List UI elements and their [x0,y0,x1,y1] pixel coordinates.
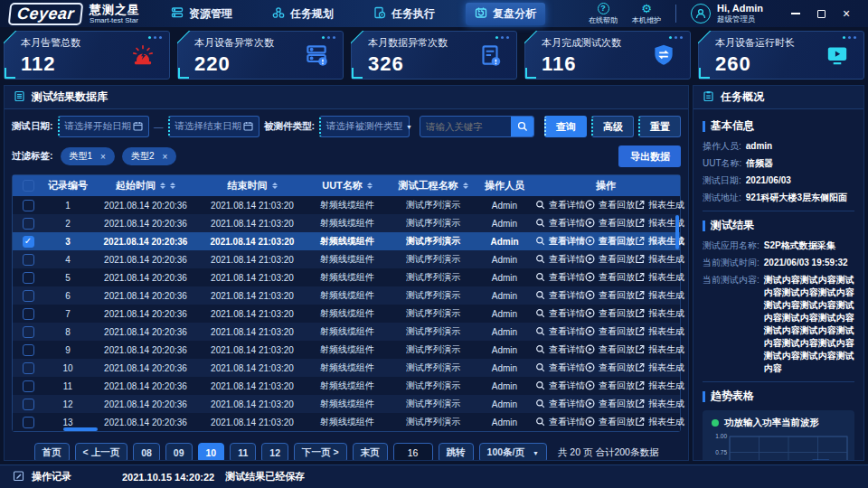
row-checkbox[interactable] [23,399,34,410]
view-replay-action[interactable]: 查看回放 [585,343,635,356]
view-replay-action[interactable]: 查看回放 [585,325,635,338]
row-checkbox[interactable] [23,290,34,302]
table-row[interactable]: 22021.08.14 20:20:362021.08.14 21:03:20射… [13,214,680,232]
view-detail-action[interactable]: 查看详情 [535,398,585,410]
jump-button[interactable]: 跳转 [439,443,474,461]
prev-page-button[interactable]: < 上一页 [75,443,128,461]
query-button[interactable]: 查询 [544,116,587,137]
view-replay-action[interactable]: 查看回放 [585,398,635,410]
table-row[interactable]: 112021.08.14 20:20:362021.08.14 21:03:20… [13,377,680,395]
generate-report-action[interactable]: 报表生成 [635,307,684,320]
table-row[interactable]: 12021.08.14 20:20:362021.08.14 21:03:20射… [13,196,680,214]
row-checkbox[interactable] [23,308,34,320]
row-checkbox[interactable]: ✓ [23,236,34,248]
end-date-input[interactable]: 请选择结束日期 [168,116,260,137]
first-page-button[interactable]: 首页 [34,443,70,461]
page-button-11[interactable]: 11 [230,443,256,461]
sort-icon[interactable] [463,183,468,189]
view-replay-action[interactable]: 查看回放 [585,271,635,284]
row-checkbox[interactable] [23,362,34,374]
view-detail-action[interactable]: 查看详情 [535,217,585,230]
last-page-button[interactable]: 末页 [353,443,388,461]
table-row[interactable]: 72021.08.14 20:20:362021.08.14 21:03:20射… [13,305,680,323]
column-header-2[interactable]: 起始时间 [92,179,199,192]
row-checkbox[interactable] [23,254,34,266]
advanced-button[interactable]: 高级 [591,116,634,137]
view-detail-action[interactable]: 查看详情 [535,416,585,428]
view-replay-action[interactable]: 查看回放 [585,289,635,302]
maximize-button[interactable] [808,0,834,27]
view-detail-action[interactable]: 查看详情 [535,199,585,211]
generate-report-action[interactable]: 报表生成 [635,289,684,302]
view-detail-action[interactable]: 查看详情 [535,253,585,266]
row-checkbox[interactable] [23,326,34,338]
page-button-10[interactable]: 10 [198,443,225,461]
row-checkbox[interactable] [23,344,34,356]
user-menu[interactable]: Hi, Admin 超级管理员 [691,3,763,25]
reset-button[interactable]: 重置 [638,116,681,137]
table-row[interactable]: 92021.08.14 20:20:362021.08.14 21:03:20射… [13,341,680,359]
minimize-button[interactable] [783,0,808,27]
table-row[interactable]: 102021.08.14 20:20:362021.08.14 21:03:20… [13,359,680,377]
horizontal-scrollbar[interactable] [63,427,98,431]
row-checkbox[interactable] [23,218,34,230]
next-page-button[interactable]: 下一页 > [294,443,347,461]
select-all-checkbox[interactable] [23,180,34,192]
table-row[interactable]: 42021.08.14 20:20:362021.08.14 21:03:20射… [13,250,680,268]
table-row[interactable]: 122021.08.14 20:20:362021.08.14 21:03:20… [13,395,680,413]
keyword-input[interactable] [420,117,511,136]
column-header-3[interactable]: 结束时间 [199,179,306,192]
table-row[interactable]: ✓32021.08.14 20:20:362021.08.14 21:03:20… [13,232,680,250]
row-checkbox[interactable] [23,380,34,392]
view-detail-action[interactable]: 查看详情 [535,289,585,302]
page-button-09[interactable]: 09 [165,443,193,461]
view-replay-action[interactable]: 查看回放 [585,416,635,428]
generate-report-action[interactable]: 报表生成 [635,416,684,428]
filter-tag[interactable]: 类型1× [61,147,115,165]
column-header-4[interactable]: UUT名称 [306,179,389,192]
view-detail-action[interactable]: 查看详情 [535,307,585,320]
page-jump-input[interactable] [393,443,433,461]
generate-report-action[interactable]: 报表生成 [635,325,684,338]
view-detail-action[interactable]: 查看详情 [535,380,585,392]
sort-icon[interactable] [272,183,278,189]
page-size-select[interactable]: 100条/页▼ [479,443,547,461]
view-replay-action[interactable]: 查看回放 [585,380,635,392]
page-button-12[interactable]: 12 [261,443,288,461]
nav-task-execution[interactable]: 任务执行 [364,3,444,25]
view-detail-action[interactable]: 查看详情 [535,325,585,338]
nav-task-planning[interactable]: 任务规划 [263,3,343,25]
close-icon[interactable]: × [162,152,167,162]
view-replay-action[interactable]: 查看回放 [585,253,635,266]
online-help-button[interactable]: ? 在线帮助 [589,3,618,25]
generate-report-action[interactable]: 报表生成 [635,361,684,374]
filter-tag[interactable]: 类型2× [122,147,176,165]
table-row[interactable]: 62021.08.14 20:20:362021.08.14 21:03:20射… [13,286,680,305]
view-replay-action[interactable]: 查看回放 [585,307,635,320]
generate-report-action[interactable]: 报表生成 [635,253,684,266]
page-button-08[interactable]: 08 [133,443,160,461]
generate-report-action[interactable]: 报表生成 [635,271,684,284]
view-detail-action[interactable]: 查看详情 [535,343,585,356]
local-maintenance-button[interactable]: ⚙ 本机维护 [632,3,661,25]
generate-report-action[interactable]: 报表生成 [635,199,684,211]
row-checkbox[interactable] [23,200,34,211]
row-checkbox[interactable] [23,417,34,428]
view-detail-action[interactable]: 查看详情 [535,361,585,374]
view-detail-action[interactable]: 查看详情 [535,235,585,248]
table-row[interactable]: 82021.08.14 20:20:362021.08.14 21:03:20射… [13,323,680,341]
view-detail-action[interactable]: 查看详情 [535,271,585,284]
search-button[interactable] [511,117,533,136]
generate-report-action[interactable]: 报表生成 [635,398,684,410]
start-date-input[interactable]: 请选择开始日期 [58,116,150,137]
sort-icon[interactable] [170,183,175,189]
table-row[interactable]: 132021.08.14 20:20:362021.08.14 21:03:20… [13,413,680,431]
view-replay-action[interactable]: 查看回放 [585,199,635,211]
vertical-scrollbar[interactable] [675,215,679,249]
view-replay-action[interactable]: 查看回放 [585,217,635,230]
view-replay-action[interactable]: 查看回放 [585,361,635,374]
generate-report-action[interactable]: 报表生成 [635,343,684,356]
column-header-5[interactable]: 测试工程名称 [389,179,477,192]
sort-icon[interactable] [367,183,373,189]
nav-resource-management[interactable]: 资源管理 [162,3,241,25]
